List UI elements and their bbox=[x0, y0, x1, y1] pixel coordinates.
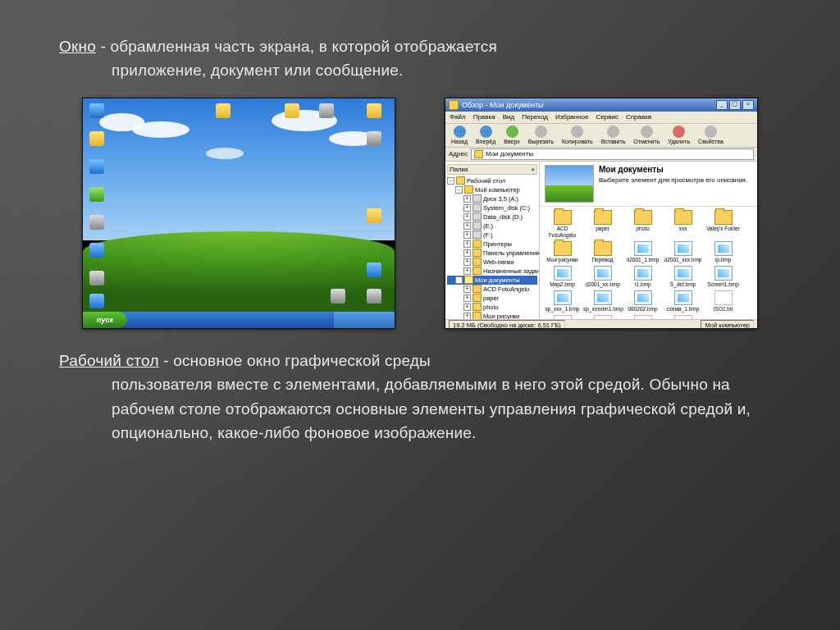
tree-node[interactable]: +(E:) bbox=[447, 221, 537, 231]
desktop-shortcut[interactable] bbox=[88, 294, 106, 309]
file-item[interactable]: 080202.bmp bbox=[623, 290, 662, 313]
desktop-shortcut[interactable] bbox=[365, 262, 383, 278]
file-item[interactable]: схема_1.bmp bbox=[664, 290, 702, 313]
file-item[interactable]: 3 xxx bbox=[623, 315, 662, 319]
file-item[interactable]: 2 xxx bbox=[583, 315, 622, 319]
file-item[interactable]: photo bbox=[623, 210, 662, 239]
explorer-titlebar[interactable]: Обзор - Мои документы _ ▢ × bbox=[445, 98, 757, 112]
toolbar-button[interactable]: Свойства bbox=[696, 126, 726, 144]
file-item[interactable]: paper bbox=[583, 210, 622, 239]
desktop-shortcut[interactable] bbox=[214, 103, 232, 119]
tree-node[interactable]: -Мои документы bbox=[447, 276, 537, 285]
toolbar-button[interactable]: Вырезать bbox=[526, 126, 556, 144]
desktop-shortcut[interactable] bbox=[365, 103, 383, 119]
desktop-shortcut[interactable] bbox=[88, 159, 106, 175]
minimize-button[interactable]: _ bbox=[716, 100, 728, 110]
tree-node[interactable]: -Мой компьютер bbox=[447, 185, 537, 194]
file-item[interactable]: ip.bmp bbox=[704, 241, 742, 263]
maximize-button[interactable]: ▢ bbox=[729, 100, 741, 110]
file-item[interactable]: S_def.bmp bbox=[664, 266, 702, 288]
file-item[interactable]: r1.bmp bbox=[623, 266, 662, 288]
tree-node[interactable]: +photo bbox=[447, 303, 537, 312]
tree-node[interactable]: +System_disk (C:) bbox=[447, 203, 537, 212]
desktop-shortcut[interactable] bbox=[365, 289, 383, 304]
expand-icon[interactable]: + bbox=[463, 285, 471, 293]
file-item[interactable]: sp_xxx_1.bmp bbox=[543, 290, 582, 313]
tree-label: Рабочий стол bbox=[467, 176, 505, 185]
file-item[interactable]: Valey's Folder bbox=[704, 210, 742, 239]
file-item[interactable]: Map2.bmp bbox=[543, 266, 582, 288]
toolbar-button[interactable]: Вперёд bbox=[473, 126, 498, 144]
desktop-shortcut[interactable] bbox=[88, 243, 106, 258]
desktop-shortcut[interactable] bbox=[317, 103, 336, 119]
close-button[interactable]: × bbox=[742, 100, 754, 110]
menu-item[interactable]: Правка bbox=[473, 113, 495, 121]
file-item[interactable]: 1 xxx bbox=[543, 315, 582, 319]
desktop-shortcut[interactable] bbox=[88, 215, 106, 231]
tree-node[interactable]: +Назначенные задания bbox=[447, 267, 537, 276]
expand-icon[interactable]: - bbox=[447, 177, 454, 185]
menu-item[interactable]: Переход bbox=[522, 113, 548, 121]
expand-icon[interactable]: + bbox=[463, 249, 471, 257]
tree-node[interactable]: +Data_disk (D:) bbox=[447, 212, 537, 221]
toolbar-button[interactable]: Вверх bbox=[501, 126, 523, 144]
file-item[interactable]: Screen1.bmp bbox=[704, 266, 742, 288]
desktop-shortcut[interactable] bbox=[283, 103, 301, 119]
expand-icon[interactable]: + bbox=[463, 294, 471, 302]
tree-node[interactable]: +Панель управления bbox=[447, 249, 537, 258]
start-button[interactable]: пуск bbox=[83, 312, 127, 328]
file-item[interactable]: d2001_xx.bmp bbox=[583, 266, 622, 288]
expand-icon[interactable]: + bbox=[463, 240, 471, 248]
desktop-shortcut[interactable] bbox=[88, 103, 106, 119]
menu-item[interactable]: Справка bbox=[626, 113, 651, 121]
file-item[interactable]: Мои рисунки bbox=[543, 241, 582, 263]
menu-item[interactable]: Файл bbox=[450, 113, 466, 121]
expand-icon[interactable]: + bbox=[463, 267, 471, 275]
file-item[interactable]: Перевод bbox=[583, 241, 622, 263]
tree-node[interactable]: +Мои рисунки bbox=[447, 312, 537, 319]
tree-node[interactable]: +ACD FotoAngelo bbox=[447, 285, 537, 294]
expand-icon[interactable]: + bbox=[463, 231, 471, 239]
tree-node[interactable]: +Диск 3,5 (A:) bbox=[447, 194, 537, 203]
tree-node[interactable]: -Рабочий стол bbox=[447, 176, 537, 185]
desktop-shortcut[interactable] bbox=[88, 187, 106, 203]
expand-icon[interactable]: - bbox=[455, 186, 463, 194]
menu-item[interactable]: Избранное bbox=[555, 113, 589, 121]
toolbar-button[interactable]: Назад bbox=[449, 126, 470, 144]
address-input[interactable]: Мои документы bbox=[471, 148, 754, 160]
expand-icon[interactable]: + bbox=[463, 258, 471, 266]
file-item[interactable]: ACD FotoAngelo bbox=[543, 210, 582, 239]
expand-icon[interactable]: + bbox=[463, 195, 471, 203]
tree-close-icon[interactable]: × bbox=[531, 166, 535, 173]
file-item[interactable]: sp_xxxxbn1.bmp bbox=[583, 290, 622, 313]
expand-icon[interactable]: + bbox=[463, 213, 471, 221]
toolbar-button[interactable]: Вставить bbox=[599, 126, 628, 144]
tree-node[interactable]: +(F:) bbox=[447, 231, 537, 240]
menu-item[interactable]: Сервис bbox=[596, 113, 619, 121]
tree-node[interactable]: +Web-папки bbox=[447, 258, 537, 267]
toolbar-button[interactable]: Копировать bbox=[559, 126, 596, 144]
tree-node[interactable]: +paper bbox=[447, 294, 537, 303]
file-item[interactable]: d2001_xxx.bmp bbox=[664, 241, 702, 263]
menu-item[interactable]: Вид bbox=[503, 113, 514, 121]
desktop-shortcut[interactable] bbox=[329, 289, 347, 304]
desktop-shortcut[interactable] bbox=[88, 131, 106, 147]
expand-icon[interactable]: + bbox=[463, 204, 471, 212]
expand-icon[interactable]: + bbox=[463, 304, 471, 311]
file-item[interactable]: xxx bbox=[664, 210, 702, 239]
expand-icon[interactable]: - bbox=[455, 276, 463, 284]
desktop-shortcut[interactable] bbox=[365, 131, 383, 147]
expand-icon[interactable]: + bbox=[463, 222, 471, 230]
desktop-shortcut[interactable] bbox=[365, 208, 383, 224]
desktop-shortcut[interactable] bbox=[88, 271, 106, 286]
file-item[interactable]: d2001_1.bmp bbox=[623, 241, 662, 263]
image-file-icon bbox=[674, 290, 692, 305]
file-item[interactable]: 4 xxx bbox=[664, 315, 702, 319]
expand-icon[interactable]: + bbox=[463, 313, 471, 319]
file-item[interactable]: ISO1.txt bbox=[704, 290, 742, 313]
toolbar-button[interactable]: Удалить bbox=[665, 126, 692, 144]
image-file-icon bbox=[714, 241, 733, 256]
tree-node[interactable]: +Принтеры bbox=[447, 240, 537, 249]
toolbar-button[interactable]: Отменить bbox=[631, 126, 662, 144]
system-tray[interactable] bbox=[334, 312, 395, 328]
